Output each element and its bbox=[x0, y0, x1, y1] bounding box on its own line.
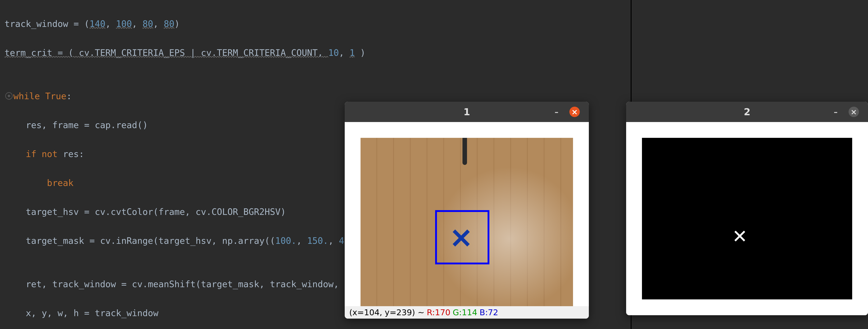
minimize-icon[interactable]: – bbox=[831, 107, 841, 117]
cv-window-2[interactable]: 2 – × ✕ bbox=[626, 102, 868, 315]
code-text: , bbox=[132, 19, 143, 29]
code-number: 80 bbox=[143, 19, 153, 29]
code-number: 80 bbox=[164, 19, 174, 29]
window-title: 1 bbox=[463, 106, 470, 118]
camera-frame-image: ✕ bbox=[361, 138, 573, 306]
window-titlebar[interactable]: 1 – × bbox=[345, 102, 589, 122]
code-text: , bbox=[153, 19, 164, 29]
code-text: , bbox=[105, 19, 116, 29]
code-text: , bbox=[296, 236, 307, 246]
code-number: 100. bbox=[275, 236, 296, 246]
object-in-frame bbox=[463, 138, 467, 165]
code-text: ) bbox=[355, 48, 366, 58]
code-text: track_window = ( bbox=[4, 19, 90, 29]
image-status-bar: (x=104, y=239) ~ R:170 G:114 B:72 bbox=[345, 306, 589, 319]
code-text: , bbox=[328, 236, 339, 246]
window-title: 2 bbox=[744, 106, 750, 118]
code-indent bbox=[4, 178, 47, 188]
code-number: 1 bbox=[349, 48, 355, 58]
code-number: 140 bbox=[90, 19, 105, 29]
code-keyword: True bbox=[45, 91, 66, 101]
code-number: 10 bbox=[328, 48, 339, 58]
mask-image: ✕ bbox=[642, 138, 852, 299]
code-number: 150. bbox=[307, 236, 328, 246]
close-icon[interactable]: × bbox=[569, 107, 580, 117]
code-number: 100 bbox=[116, 19, 132, 29]
code-text: : bbox=[66, 91, 72, 101]
mask-blob: ✕ bbox=[733, 222, 744, 248]
close-icon[interactable]: × bbox=[848, 107, 859, 117]
cursor-coords: (x=104, y=239) ~ bbox=[349, 308, 425, 317]
code-text: , bbox=[339, 48, 349, 58]
code-keyword: if not bbox=[26, 149, 63, 159]
target-marker: ✕ bbox=[450, 223, 473, 254]
code-indent bbox=[4, 149, 26, 159]
code-text: ) bbox=[174, 19, 180, 29]
pixel-green-value: G:114 bbox=[453, 308, 477, 317]
pixel-blue-value: B:72 bbox=[479, 308, 498, 317]
pixel-red-value: R:170 bbox=[427, 308, 451, 317]
window-titlebar[interactable]: 2 – × bbox=[626, 102, 868, 122]
cv-window-1[interactable]: 1 – × ✕ (x=104, y=239) ~ R:170 G:114 B:7… bbox=[345, 102, 589, 319]
minimize-icon[interactable]: – bbox=[551, 107, 562, 117]
code-text: target_mask = cv.inRange(target_hsv, np.… bbox=[4, 236, 275, 246]
code-keyword: break bbox=[47, 178, 73, 188]
code-text: res: bbox=[63, 149, 84, 159]
code-keyword: while bbox=[13, 91, 45, 101]
code-text: term_crit = ( cv.TERM_CRITERIA_EPS | cv.… bbox=[4, 48, 328, 58]
